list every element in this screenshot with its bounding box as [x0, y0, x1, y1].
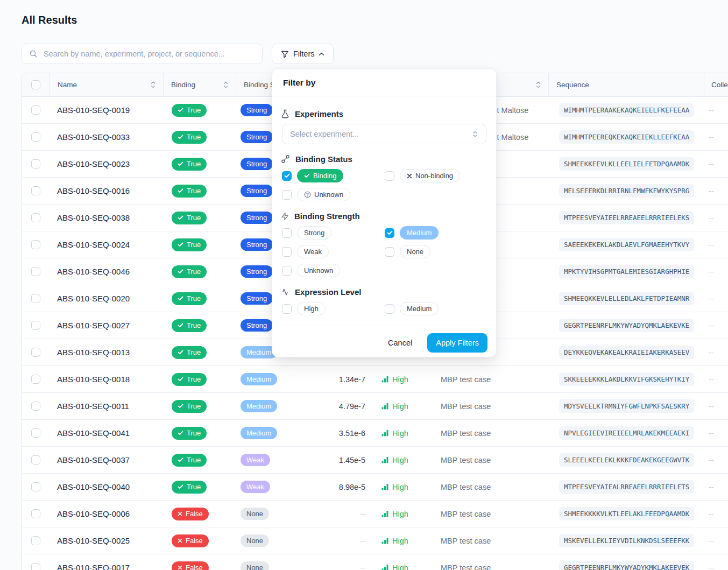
row-cell-binding: True — [163, 104, 236, 117]
header-cell-binding[interactable]: Binding — [163, 73, 236, 96]
row-checkbox[interactable] — [31, 563, 40, 570]
row-cell-binding: True — [163, 292, 236, 305]
check-icon — [178, 108, 183, 112]
sequence-value: GEGRTPEENRFLMKYWYADYKMKLAKEEVEK — [559, 561, 694, 570]
filter-checkbox[interactable] — [282, 247, 292, 257]
check-icon — [178, 215, 183, 220]
row-checkbox[interactable] — [31, 267, 40, 276]
row-checkbox[interactable] — [31, 186, 40, 195]
row-cell-binding: True — [163, 212, 236, 224]
row-checkbox[interactable] — [31, 428, 40, 438]
row-cell-kd: 4.79e-7 — [306, 402, 377, 411]
sort-icon[interactable] — [536, 81, 541, 89]
check-icon — [178, 242, 183, 247]
filter-checkbox[interactable] — [282, 304, 292, 314]
filter-option: High — [282, 302, 385, 315]
row-checkbox[interactable] — [31, 455, 40, 465]
filter-checkbox[interactable] — [385, 247, 394, 257]
filter-options-binding-strength: StrongMediumWeakNoneUnknown — [282, 226, 487, 277]
filter-option-pill[interactable]: Strong — [297, 226, 331, 240]
filter-option-pill[interactable]: Medium — [400, 302, 439, 315]
row-checkbox[interactable] — [31, 213, 40, 222]
filter-option: Medium — [385, 302, 487, 315]
experiment-name: MBP test case — [441, 375, 548, 384]
filter-checkbox[interactable] — [282, 171, 292, 181]
row-checkbox[interactable] — [31, 240, 40, 249]
row-checkbox[interactable] — [31, 105, 40, 115]
row-cell-kd: 8.98e-5 — [306, 483, 377, 491]
filter-option-pill[interactable]: Binding — [297, 169, 343, 182]
kd-value: 1.45e-5 — [339, 456, 365, 465]
filter-checkbox[interactable] — [282, 228, 292, 238]
sequence-value: MELSEEERKDLRRIRNLFMWFKFWYKYSPRG — [559, 184, 694, 198]
sequence-value: DEYKKEQVEKAKEALKRAIEIAKERKASEEV — [559, 346, 694, 359]
check-icon — [178, 323, 183, 328]
filter-popover-footer: Cancel Apply Filters — [272, 326, 496, 360]
filter-option-pill[interactable]: Medium — [400, 226, 439, 240]
filters-button[interactable]: Filters — [272, 44, 334, 64]
row-cell-binding: True — [163, 346, 236, 359]
filter-option-pill[interactable]: High — [297, 302, 326, 315]
collections-value: -- — [704, 348, 728, 357]
collections-value: -- — [704, 321, 728, 330]
binding-badge: True — [172, 212, 207, 224]
row-checkbox[interactable] — [31, 159, 40, 168]
kd-value: 4.79e-7 — [339, 402, 365, 411]
strength-badge: Strong — [241, 158, 273, 170]
filter-option-pill[interactable]: Unknown — [297, 264, 340, 277]
row-checkbox[interactable] — [31, 321, 40, 330]
collections-value: -- — [704, 510, 728, 518]
row-checkbox[interactable] — [31, 482, 40, 491]
bar-chart-icon — [381, 483, 389, 490]
row-cell-select — [22, 509, 50, 518]
header-cell-name[interactable]: Name — [50, 73, 163, 96]
sequence-value: WIMHMTPEEREQKEKAQKEIEKLLEEFKEAA — [559, 130, 694, 144]
x-icon — [407, 173, 412, 179]
sequence-value: MPKTYVIHSGPMTGALEMIESGIARGHPHIE — [559, 265, 694, 278]
search-box[interactable] — [22, 44, 263, 64]
row-name: ABS-010-SEQ-0018 — [50, 375, 163, 384]
row-checkbox[interactable] — [31, 375, 40, 384]
collections-value: -- — [704, 564, 728, 570]
row-cell-sequence: SKKEEEEKKKLAKDLKKVIFGKSKEHYTKIY — [548, 372, 704, 386]
row-name: ABS-010-SEQ-0025 — [50, 536, 163, 545]
filter-option-pill[interactable]: Non-binding — [400, 169, 460, 182]
check-icon — [178, 377, 183, 382]
filter-option-pill[interactable]: Weak — [297, 245, 329, 258]
row-name: ABS-010-SEQ-0016 — [50, 186, 163, 195]
collections-value: -- — [704, 160, 728, 168]
filter-checkbox[interactable] — [385, 228, 394, 238]
check-icon — [178, 269, 183, 274]
expression-value: High — [392, 375, 408, 384]
row-name: ABS-010-SEQ-0040 — [50, 482, 163, 491]
row-cell-kd: -- — [306, 510, 377, 518]
sort-icon[interactable] — [223, 81, 228, 89]
apply-filters-button[interactable]: Apply Filters — [427, 333, 487, 353]
row-cell-select — [22, 428, 50, 438]
filter-section-title-expression-level: Expression Level — [281, 287, 487, 297]
strength-badge: Weak — [241, 454, 270, 466]
row-checkbox[interactable] — [31, 536, 40, 545]
table-row: ABS-010-SEQ-0040TrueWeak8.98e-5HighMBP t… — [22, 474, 728, 501]
filter-option-pill[interactable]: Unknown — [297, 188, 350, 201]
filter-checkbox[interactable] — [282, 266, 292, 276]
search-input[interactable] — [43, 49, 255, 59]
cancel-button[interactable]: Cancel — [385, 338, 415, 348]
select-placeholder: Select experiment... — [290, 130, 359, 138]
filter-checkbox[interactable] — [282, 190, 292, 200]
row-checkbox[interactable] — [31, 348, 40, 357]
row-name: ABS-010-SEQ-0041 — [50, 428, 163, 438]
experiment-select[interactable]: Select experiment... — [282, 124, 486, 144]
row-cell-sequence: SHMEEKKEEVLKLLEELIELFETDPQAAMDK — [548, 157, 704, 171]
select-all-checkbox[interactable] — [31, 80, 40, 89]
row-cell-sequence: MDYSVEELKTRMNIYFGWFLNPKFSAESKRY — [548, 399, 704, 413]
row-checkbox[interactable] — [31, 294, 40, 303]
filter-checkbox[interactable] — [385, 304, 394, 314]
row-checkbox[interactable] — [31, 402, 40, 411]
sort-icon[interactable] — [151, 81, 156, 89]
row-checkbox[interactable] — [31, 132, 40, 142]
filter-checkbox[interactable] — [385, 171, 394, 181]
filter-option-pill[interactable]: None — [400, 245, 430, 258]
row-checkbox[interactable] — [31, 509, 40, 518]
row-cell-sequence: GEGRTPEENRFLMKYWYADYKMKLAKEEVEK — [548, 561, 704, 570]
